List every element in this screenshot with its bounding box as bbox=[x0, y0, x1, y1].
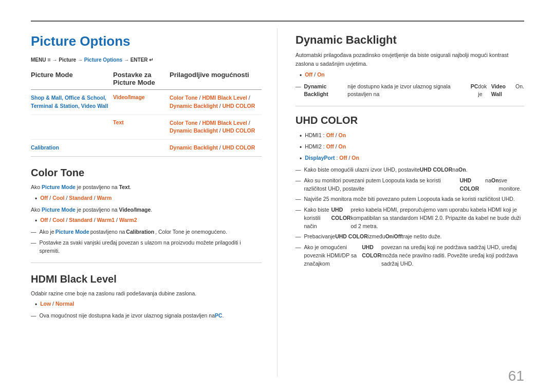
table-col2-header: Postavke za Picture Mode bbox=[113, 71, 170, 86]
uhd-bullet-hdmi2: • HDMI2 : Off / On bbox=[300, 143, 524, 152]
table-cell-mode3: Calibration bbox=[31, 144, 113, 152]
color-tone-para2: Ako Picture Mode je postavljeno na Video… bbox=[31, 206, 262, 214]
uhd-color-title: UHD COLOR bbox=[295, 115, 524, 126]
table-row: Shop & Mall, Office & School,Terminal & … bbox=[31, 90, 262, 115]
dynamic-backlight-desc: Automatski prilagođava pozadinsko osvjet… bbox=[295, 51, 524, 68]
table-cell-options1: Color Tone / HDMI Black Level / Dynamic … bbox=[170, 94, 262, 110]
table-row: Calibration Dynamic Backlight / UHD COLO… bbox=[31, 140, 262, 156]
color-tone-bullet1: • Off / Cool / Standard / Warm bbox=[35, 194, 262, 203]
color-tone-para1: Ako Picture Mode je postavljeno na Text. bbox=[31, 183, 262, 192]
page-title: Picture Options bbox=[31, 33, 262, 49]
right-column: Dynamic Backlight Automatski prilagođava… bbox=[278, 28, 524, 377]
table-cell-options2: Color Tone / HDMI Black Level / Dynamic … bbox=[170, 119, 262, 136]
uhd-dash1: Kako biste omogućili ulazni izvor UHD, p… bbox=[295, 166, 524, 174]
color-tone-title: Color Tone bbox=[31, 167, 262, 179]
table-cell-options3: Dynamic Backlight / UHD COLOR bbox=[170, 144, 262, 152]
color-tone-dash1: Ako je Picture Mode postavljeno na Calib… bbox=[31, 228, 262, 236]
table-cell-mode1: Shop & Mall, Office & School,Terminal & … bbox=[31, 94, 113, 110]
dynamic-backlight-bullet: • Off / On bbox=[300, 71, 524, 80]
uhd-dash6: Ako je omogućeni poveznik HDMI/DP sa zna… bbox=[295, 244, 524, 268]
page-number: 61 bbox=[508, 368, 524, 384]
hdmi-black-dash1: Ova mogućnost nije dostupna kada je izvo… bbox=[31, 312, 262, 320]
section-divider bbox=[31, 263, 262, 263]
table-header: Picture Mode Postavke za Picture Mode Pr… bbox=[31, 71, 262, 90]
table-cell-setting2: Text bbox=[113, 119, 170, 125]
table-cell-setting1: Video/Image bbox=[113, 94, 170, 100]
uhd-dash3: Najviše 25 monitora može biti povezano p… bbox=[295, 195, 524, 203]
hdmi-black-title: HDMI Black Level bbox=[31, 273, 262, 285]
color-tone-bullet2: • Off / Cool / Standard / Warm1 / Warm2 bbox=[35, 216, 262, 226]
top-divider bbox=[31, 21, 524, 22]
dynamic-backlight-dash1: Dynamic Backlight nije dostupno kada je … bbox=[295, 83, 524, 99]
hdmi-black-desc: Odabir razine crne boje na zaslonu radi … bbox=[31, 289, 262, 298]
table-col1-header: Picture Mode bbox=[31, 71, 113, 86]
table-body: Shop & Mall, Office & School,Terminal & … bbox=[31, 90, 262, 157]
menu-path: MENU ≡ → Picture → Picture Options → ENT… bbox=[31, 57, 262, 63]
dynamic-backlight-title: Dynamic Backlight bbox=[295, 33, 524, 47]
uhd-dash2: Ako su monitori povezani putem Loopouta … bbox=[295, 177, 524, 193]
table-col3-header: Prilagodljive mogućnosti bbox=[170, 71, 262, 86]
color-tone-dash2: Postavke za svaki vanjski uređaj povezan… bbox=[31, 239, 262, 255]
hdmi-black-bullet1: • Low / Normal bbox=[35, 300, 262, 309]
uhd-bullet-hdmi1: • HDMI1 : Off / On bbox=[300, 132, 524, 141]
uhd-bullet-displayport: • DisplayPort : Off / On bbox=[300, 154, 524, 163]
uhd-divider bbox=[295, 106, 524, 106]
uhd-dash5: Prebacivanje UHD COLOR između On i Off t… bbox=[295, 233, 524, 241]
uhd-dash4: Kako biste koristili način UHD COLOR pre… bbox=[295, 206, 524, 230]
table-row: Text Color Tone / HDMI Black Level / Dyn… bbox=[31, 115, 262, 140]
left-column: Picture Options MENU ≡ → Picture → Pictu… bbox=[31, 28, 278, 377]
